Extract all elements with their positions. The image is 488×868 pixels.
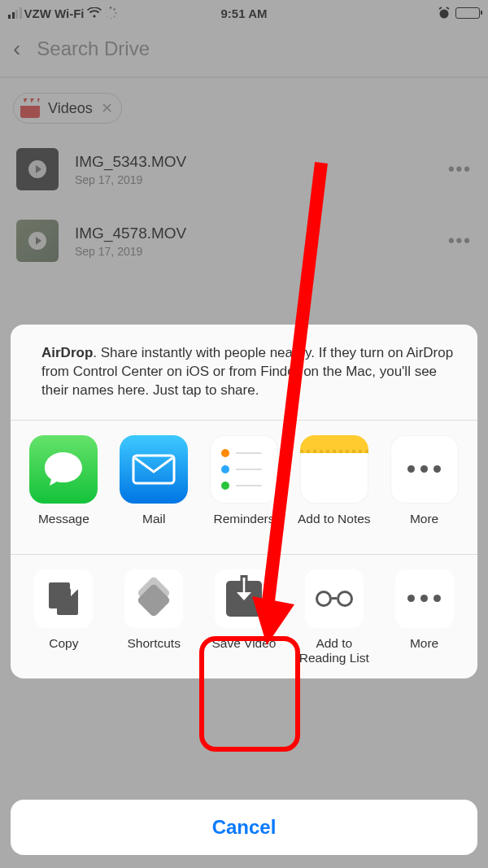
action-label: Copy	[49, 636, 78, 667]
shortcuts-icon	[124, 569, 183, 628]
action-more[interactable]: More	[382, 569, 467, 667]
airdrop-section[interactable]: AirDrop. Share instantly with people nea…	[11, 325, 477, 420]
more-icon	[390, 435, 459, 504]
mail-icon	[120, 435, 188, 504]
annotation-highlight	[199, 636, 300, 752]
airdrop-text: AirDrop. Share instantly with people nea…	[41, 344, 461, 400]
message-icon	[29, 435, 98, 504]
app-label: Message	[38, 512, 89, 543]
svg-rect-13	[133, 456, 174, 483]
action-label: Shortcuts	[127, 636, 180, 667]
action-label: More	[410, 636, 438, 667]
copy-icon	[34, 569, 93, 628]
more-icon	[395, 569, 454, 628]
share-app-more[interactable]: More	[382, 435, 467, 543]
share-sheet: AirDrop. Share instantly with people nea…	[11, 325, 477, 678]
app-label: Mail	[142, 512, 165, 543]
app-label: More	[410, 512, 438, 543]
share-apps-row: Message Mail Reminders Add to Notes More	[11, 421, 477, 554]
annotation-arrow	[252, 159, 342, 651]
share-app-mail[interactable]: Mail	[111, 435, 196, 543]
action-shortcuts[interactable]: Shortcuts	[111, 569, 196, 667]
cancel-button[interactable]: Cancel	[11, 800, 477, 855]
action-copy[interactable]: Copy	[21, 569, 106, 667]
share-app-message[interactable]: Message	[21, 435, 106, 543]
